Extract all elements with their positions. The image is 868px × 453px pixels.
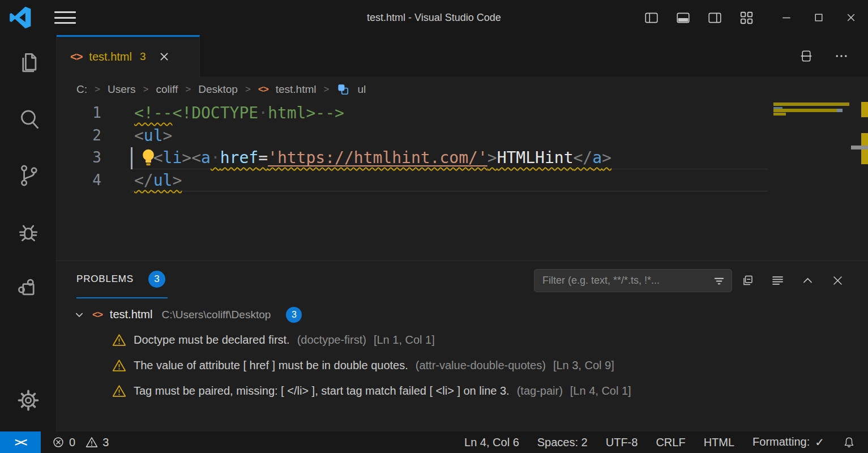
maximize-window-icon[interactable] [812,11,826,24]
collapse-all-icon[interactable] [741,273,755,288]
warning-count: 3 [102,436,109,449]
vscode-logo-icon [9,6,32,29]
code-token: li [163,148,182,167]
encoding-setting[interactable]: UTF-8 [606,436,638,449]
maximize-panel-icon[interactable] [801,273,815,288]
code-text: <!--<!DOCTYPE·html>--> [106,102,344,125]
close-window-icon[interactable] [844,11,858,24]
line-number[interactable]: 3 [57,147,106,169]
remote-indicator[interactable]: >< [0,431,41,453]
menu-hamburger-icon[interactable] [54,11,76,24]
lightbulb-icon[interactable] [140,148,157,166]
minimize-window-icon[interactable] [780,11,793,24]
settings-gear-icon[interactable] [15,387,41,413]
code-line[interactable]: 3 <li><a·href='https://htmlhint.com/'>HT… [57,147,868,169]
code-editor[interactable]: 1<!--<!DOCTYPE·html>-->2<ul>3 <li><a·hre… [57,102,868,260]
code-token: </ [573,148,592,167]
problems-summary[interactable]: 0 3 [52,436,114,449]
breadcrumb-coliff[interactable]: coliff [156,83,178,96]
breadcrumb-symbol-ul[interactable]: ul [357,83,366,96]
problem-row-attr-quotes[interactable]: The value of attribute [ href ] must be … [57,353,868,378]
code-token: > [488,148,497,167]
explorer-icon[interactable] [15,50,41,76]
code-text: <ul> [106,125,172,147]
tab-problems[interactable]: PROBLEMS 3 [76,261,168,298]
search-icon[interactable] [15,106,41,133]
breadcrumb-separator: > [185,84,191,95]
run-debug-icon[interactable] [15,219,41,245]
cursor-position[interactable]: Ln 4, Col 6 [464,436,519,449]
error-count: 0 [69,436,75,449]
line-number[interactable]: 4 [57,169,106,192]
panel-actions [741,269,845,292]
split-editor-icon[interactable] [799,49,814,63]
indentation-setting[interactable]: Spaces: 2 [537,436,588,449]
activity-bar [0,35,57,431]
breadcrumb-drive[interactable]: C: [76,83,87,96]
tab-close-icon[interactable] [159,51,170,62]
minimap[interactable] [772,102,851,260]
file-problem-count-badge: 3 [286,307,302,323]
code-token: < [134,126,144,145]
code-token: = [258,148,268,167]
code-text: <li><a·href='https://htmlhint.com/'>HTML… [106,147,612,169]
toggle-primary-sidebar-icon[interactable] [644,10,659,25]
notifications-bell-icon[interactable] [843,436,856,449]
tab-bar: <> test.html 3 [57,35,868,76]
code-token: html>--> [268,104,344,122]
more-actions-icon[interactable] [834,49,849,63]
code-token: </ [134,171,153,190]
breadcrumb-users[interactable]: Users [108,83,136,96]
breadcrumb-desktop[interactable]: Desktop [198,83,238,96]
source-control-icon[interactable] [15,163,41,189]
breadcrumb: C: > Users > coliff > Desktop > <> test.… [57,76,868,102]
check-icon: ✓ [815,435,824,449]
tab-test-html[interactable]: <> test.html 3 [57,35,200,76]
error-icon [52,436,65,448]
code-line[interactable]: 4</ul> [57,169,868,192]
line-number[interactable]: 1 [57,102,106,125]
code-token: > [602,148,612,167]
problem-row-tag-pair[interactable]: Tag must be paired, missing: [ </li> ], … [57,378,868,404]
problems-file-group[interactable]: <> test.html C:\Users\coliff\Desktop 3 [57,302,868,327]
code-token: 'https://htmlhint.com/' [268,148,488,167]
view-as-table-icon[interactable] [771,273,785,288]
problems-count-badge: 3 [148,271,165,288]
formatting-label: Formatting: [752,435,810,449]
code-lines: 1<!--<!DOCTYPE·html>-->2<ul>3 <li><a·hre… [57,102,868,191]
filter-icon[interactable] [712,274,726,288]
close-panel-icon[interactable] [831,273,845,288]
editor-area: <> test.html 3 C: > Users > co [57,35,868,431]
eol-setting[interactable]: CRLF [656,436,685,449]
status-bar: >< 0 3 Ln 4, Col 6 Spaces: 2 UTF-8 CRLF … [0,431,868,453]
problem-location: [Ln 3, Col 9] [553,359,614,372]
line-number[interactable]: 2 [57,125,106,147]
problems-tab-label: PROBLEMS [76,273,134,285]
code-token: > [163,126,173,145]
code-line[interactable]: 1<!--<!DOCTYPE·html>--> [57,102,868,125]
formatting-status[interactable]: Formatting: ✓ [752,435,824,449]
code-token: > [172,171,182,190]
breadcrumb-file[interactable]: test.html [276,83,317,96]
problem-row-doctype[interactable]: Doctype must be declared first. (doctype… [57,327,868,353]
problem-message: The value of attribute [ href ] must be … [134,359,408,372]
language-mode[interactable]: HTML [704,436,734,449]
problems-list: <> test.html C:\Users\coliff\Desktop 3 D… [57,298,868,404]
toggle-panel-icon[interactable] [675,10,691,25]
extensions-icon[interactable] [15,275,41,301]
code-text: </ul> [106,169,182,192]
toggle-secondary-sidebar-icon[interactable] [707,10,722,25]
panel-header: PROBLEMS 3 [57,261,868,298]
chevron-down-icon[interactable] [74,309,85,320]
problems-file-name: test.html [110,308,153,321]
minimap-line-highlight [773,102,849,106]
minimap-line-highlight [773,109,837,112]
customize-layout-icon[interactable] [739,10,754,25]
problem-source: (doctype-first) [297,334,366,347]
symbol-class-icon [336,83,350,96]
problems-filter-input[interactable] [542,275,712,287]
code-line[interactable]: 2<ul> [57,125,868,147]
warning-icon [112,358,126,373]
code-token: href [220,148,258,167]
warning-icon [85,436,98,448]
